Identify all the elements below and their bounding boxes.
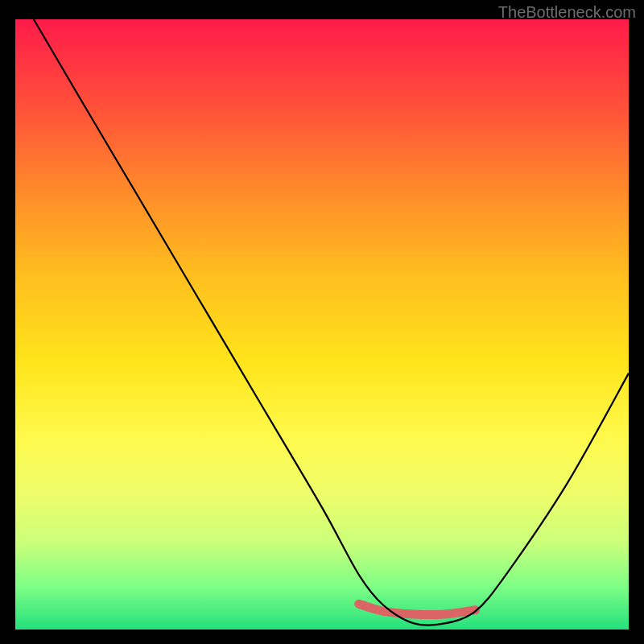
optimal-segment — [359, 604, 476, 614]
curve-svg — [15, 19, 629, 630]
plot-area — [15, 19, 629, 630]
chart-stage: TheBottleneck.com — [0, 0, 644, 644]
bottleneck-curve — [34, 19, 629, 625]
watermark-text: TheBottleneck.com — [498, 3, 636, 22]
